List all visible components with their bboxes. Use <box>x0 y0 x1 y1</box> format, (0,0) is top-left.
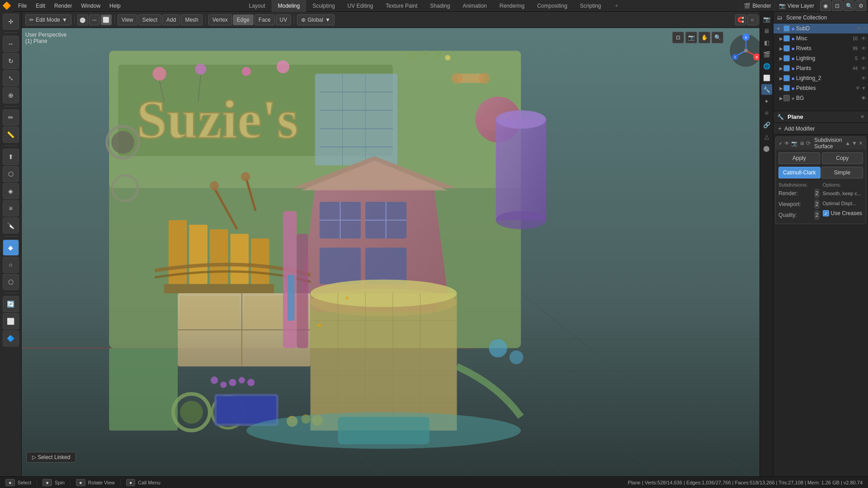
perspective-icon[interactable]: ⊡ <box>672 32 684 43</box>
header-vertex[interactable]: Vertex <box>208 14 232 25</box>
mesh-icon-edge[interactable]: ─ <box>89 14 100 25</box>
expand-lighting[interactable]: ▶ <box>775 56 782 61</box>
checkbox-rivets[interactable] <box>783 45 790 52</box>
topbar-icon-1[interactable]: ◉ <box>820 0 831 11</box>
modifier-vis-icon[interactable]: 👁 <box>784 141 789 146</box>
outliner-item-subd[interactable]: ▼ ■ SubD 👁 ↗ <box>774 23 868 33</box>
workspace-tab-shading[interactable]: Shading <box>424 0 456 12</box>
tool-inset[interactable]: ⬡ <box>3 166 19 182</box>
expand-pebbles[interactable]: ▶ <box>775 86 782 91</box>
zoom-icon[interactable]: 🔍 <box>712 32 723 43</box>
modifier-down-icon[interactable]: ▼ <box>852 140 857 146</box>
prop-icon-object[interactable]: ⬜ <box>761 72 772 83</box>
workspace-tab-layout[interactable]: Layout <box>242 0 271 12</box>
modifier-up-icon[interactable]: ▲ <box>845 140 850 146</box>
header-proportional[interactable]: ○ <box>747 14 758 25</box>
tool-move[interactable]: ↔ <box>3 36 19 52</box>
header-view[interactable]: View <box>118 14 137 25</box>
workspace-tab-animation[interactable]: Animation <box>456 0 493 12</box>
tool-extrude-face[interactable]: ⬜ <box>3 313 19 329</box>
camera-icon[interactable]: 📷 <box>685 32 697 43</box>
render-value[interactable]: 2 <box>815 189 819 198</box>
lighting2-eye[interactable]: 👁 <box>861 75 866 81</box>
tool-loop-cut[interactable]: ≡ <box>3 200 19 216</box>
prop-icon-constraints[interactable]: 🔗 <box>761 119 772 130</box>
workspace-tab-scripting[interactable]: Scripting <box>574 0 608 12</box>
prop-icon-modifier[interactable]: 🔧 <box>761 84 772 95</box>
tool-shear[interactable]: ⬠ <box>3 274 19 290</box>
expand-plants[interactable]: ▶ <box>775 66 782 71</box>
prop-icon-render[interactable]: 📷 <box>761 14 772 24</box>
menu-render[interactable]: Render <box>50 0 76 12</box>
mode-selector[interactable]: ✏ Edit Mode ▼ <box>25 14 71 25</box>
outliner-item-plants[interactable]: ▶ ■ Plants 44 👁 <box>774 63 868 73</box>
prop-icon-particles[interactable]: ✦ <box>761 96 772 107</box>
prop-icon-physics[interactable]: ⚛ <box>761 108 772 118</box>
outliner-item-rivets[interactable]: ▶ ■ Rivets 99 👁 <box>774 43 868 53</box>
menu-window[interactable]: Window <box>76 0 105 12</box>
checkbox-bg[interactable] <box>783 95 790 101</box>
lighting-eye[interactable]: 👁 <box>861 56 866 61</box>
topbar-filter[interactable]: ⚙ <box>855 0 866 11</box>
expand-rivets[interactable]: ▶ <box>775 46 782 51</box>
tool-active[interactable]: ◆ <box>3 239 19 256</box>
transform-selector[interactable]: ⊕ Global ▼ <box>297 14 335 25</box>
pebbles-filter[interactable]: ▼ <box>861 85 866 91</box>
catmull-clark-button[interactable]: Catmull-Clark <box>778 167 821 178</box>
prop-icon-view-layer[interactable]: ◧ <box>761 37 772 48</box>
tool-cursor[interactable]: ✛ <box>3 14 19 30</box>
mesh-icon-vert[interactable]: ⬤ <box>77 14 88 25</box>
checkbox-subd[interactable] <box>783 25 790 32</box>
header-edge[interactable]: Edge <box>233 14 254 25</box>
viewport-value[interactable]: 2 <box>815 200 819 209</box>
checkbox-misc[interactable] <box>783 35 790 42</box>
plants-eye[interactable]: 👁 <box>861 66 866 71</box>
workspace-tab-add[interactable]: ＋ <box>608 0 626 12</box>
tool-transform[interactable]: ⊕ <box>3 87 19 103</box>
tool-scale[interactable]: ⤡ <box>3 70 19 86</box>
workspace-tab-compositing[interactable]: Compositing <box>531 0 574 12</box>
vis-sel[interactable]: ↗ <box>862 26 866 32</box>
expand-subd[interactable]: ▼ <box>775 26 782 31</box>
quality-value[interactable]: 2 <box>815 211 819 220</box>
add-modifier-bar[interactable]: ＋ Add Modifier <box>774 123 868 135</box>
mesh-icon-face[interactable]: ⬜ <box>101 14 112 25</box>
bg-eye[interactable]: 👁 <box>861 95 866 101</box>
topbar-search[interactable]: 🔍 <box>844 0 854 11</box>
move-icon[interactable]: ✋ <box>698 32 710 43</box>
tool-spin[interactable]: 🔄 <box>3 296 19 312</box>
tool-rotate[interactable]: ↻ <box>3 53 19 69</box>
outliner-item-misc[interactable]: ▶ ■ Misc 10 👁 <box>774 33 868 43</box>
viewport[interactable]: Suzie's <box>22 28 773 476</box>
view-layer-selector[interactable]: 📷 View Layer <box>775 0 818 12</box>
workspace-tab-uv-editing[interactable]: UV Editing <box>341 0 380 12</box>
outliner-item-lighting[interactable]: ▶ ■ Lighting 5 👁 <box>774 53 868 63</box>
topbar-icon-2[interactable]: ⊡ <box>832 0 843 11</box>
use-creases-checkbox[interactable]: ✓ <box>823 210 829 216</box>
tool-measure[interactable]: 📏 <box>3 127 19 143</box>
modifier-cam-icon[interactable]: 📷 <box>791 141 797 146</box>
menu-help[interactable]: Help <box>105 0 125 12</box>
tool-extrude[interactable]: ⬆ <box>3 149 19 165</box>
header-select[interactable]: Select <box>138 14 161 25</box>
workspace-tab-texture-paint[interactable]: Texture Paint <box>379 0 424 12</box>
header-add[interactable]: Add <box>162 14 180 25</box>
tool-knife[interactable]: 🔪 <box>3 217 19 234</box>
apply-button[interactable]: Apply <box>778 152 820 164</box>
modifier-x-icon[interactable]: ✕ <box>859 140 863 146</box>
tool-poly[interactable]: 🔷 <box>3 330 19 347</box>
scene-selector[interactable]: 🎬 Blender <box>740 0 774 12</box>
header-snap-icon[interactable]: 🧲 <box>735 14 746 25</box>
checkbox-pebbles[interactable] <box>783 85 790 91</box>
header-face[interactable]: Face <box>255 14 275 25</box>
modifier-toggle[interactable]: ✓ <box>778 141 783 146</box>
tool-annotate[interactable]: ✏ <box>3 109 19 126</box>
modifier-render-icon[interactable]: 🖥 <box>799 141 804 146</box>
workspace-tab-rendering[interactable]: Rendering <box>493 0 531 12</box>
simple-button[interactable]: Simple <box>821 167 863 178</box>
tool-smooth[interactable]: ○ <box>3 257 19 273</box>
expand-misc[interactable]: ▶ <box>775 36 782 41</box>
expand-bg[interactable]: ▶ <box>775 96 782 101</box>
header-uv[interactable]: UV <box>276 14 292 25</box>
prop-icon-scene[interactable]: 🎬 <box>761 49 772 60</box>
